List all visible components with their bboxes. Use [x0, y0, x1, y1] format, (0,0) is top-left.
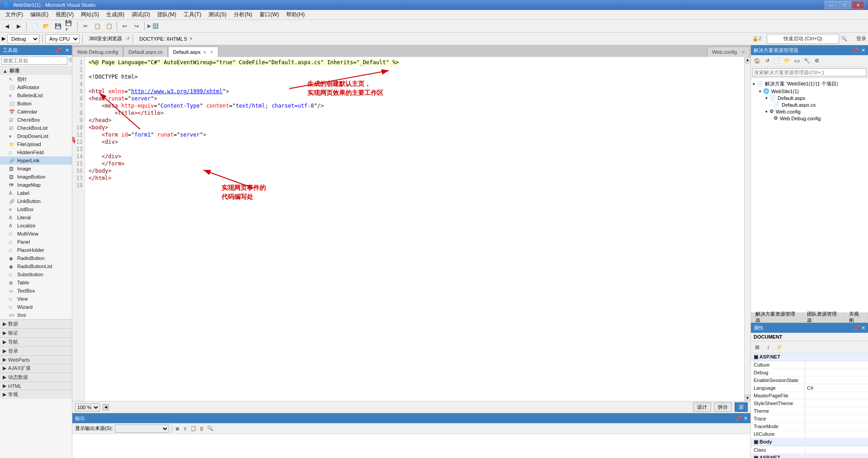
sol-btn2[interactable]: ↺	[763, 57, 772, 66]
scroll-down-btn[interactable]: ▼	[745, 395, 750, 401]
output-clear-icon[interactable]: 🗑	[199, 426, 204, 431]
tree-item-defaultaspxcs[interactable]: 📄 Default.aspx.cs	[751, 101, 868, 108]
menu-window[interactable]: 窗口(W)	[256, 10, 283, 19]
view-tab-design[interactable]: 设计	[693, 402, 711, 412]
window-controls[interactable]: — □ ✕	[825, 1, 864, 9]
toolbox-item-hiddenfield[interactable]: □ HiddenField	[0, 148, 72, 156]
output-pin-icon[interactable]: 📌	[736, 416, 742, 421]
toolbox-cat-ajax[interactable]: ▶ AJAX扩展	[0, 364, 72, 373]
tree-item-webdebugconfig[interactable]: ⚙ Web.Debug.config	[751, 115, 868, 122]
output-stop-icon[interactable]: ⏹	[175, 426, 180, 431]
toolbox-item-calendar[interactable]: 📅 Calendar	[0, 108, 72, 116]
toolbox-item-localize[interactable]: A Localize	[0, 222, 72, 230]
save-button[interactable]: 💾	[53, 21, 63, 31]
toolbox-item-hyperlink[interactable]: 🔗 HyperLink	[0, 156, 72, 165]
toolbox-cat-data[interactable]: ▶ 数据	[0, 319, 72, 328]
paste-button[interactable]: 📋	[104, 21, 114, 31]
search-toolbar-btn[interactable]: 快速启动 (Ctrl+Q)	[767, 34, 839, 44]
solution-pin-icon[interactable]: 📌	[852, 47, 859, 53]
doc-tab-webconfig[interactable]: Web.config ✕	[707, 47, 750, 57]
maximize-button[interactable]: □	[838, 1, 851, 9]
undo-button[interactable]: ↩	[120, 21, 130, 31]
bottom-tab-solution[interactable]: 解决方案资源管理器	[751, 312, 802, 322]
minimize-button[interactable]: —	[825, 1, 837, 9]
toolbox-cat-validation[interactable]: ▶ 验证	[0, 328, 72, 337]
bottom-tab-mapview[interactable]: 关视图	[844, 312, 868, 322]
properties-pin-icon[interactable]: 📌	[854, 325, 860, 331]
forward-button[interactable]: ▶	[14, 21, 24, 31]
toolbox-cat-general[interactable]: ▶ 常规	[0, 390, 72, 399]
close-button[interactable]: ✕	[852, 1, 864, 9]
solution-search-input[interactable]	[752, 68, 867, 76]
toolbox-item-xml[interactable]: <> Xml	[0, 311, 72, 319]
menu-test[interactable]: 测试(S)	[205, 10, 230, 19]
toolbox-standard-section[interactable]: ▲ 标准	[0, 66, 72, 75]
scrollbar-right[interactable]: ▲ ▼	[744, 57, 750, 401]
sol-btn6[interactable]: 🔧	[802, 57, 811, 66]
menu-debug[interactable]: 调试(D)	[128, 10, 154, 19]
toolbox-item-bulletedlist[interactable]: ≡ BulletedList	[0, 91, 72, 99]
menu-edit[interactable]: 编辑(E)	[27, 10, 52, 19]
redo-button[interactable]: ↪	[132, 21, 142, 31]
toolbox-item-checkbox[interactable]: ☑ CheckBox	[0, 116, 72, 124]
doctype-dropdown[interactable]: ▾	[190, 36, 193, 42]
sol-btn5[interactable]: <>	[793, 57, 802, 66]
back-button[interactable]: ◀	[2, 21, 12, 31]
scroll-up-btn[interactable]: ▲	[745, 57, 750, 63]
tree-item-solution[interactable]: ▾ 📄 解决方案 'WebSite1(1)'(1 个项目)	[751, 80, 868, 88]
toolbox-cat-login[interactable]: ▶ 登录	[0, 346, 72, 355]
doc-tab-defaultaspx[interactable]: Default.aspx ● ✕	[168, 47, 219, 57]
cut-button[interactable]: ✂	[80, 21, 90, 31]
toolbox-item-listbox[interactable]: ≡ ListBox	[0, 205, 72, 213]
toolbox-cat-navigation[interactable]: ▶ 导航	[0, 337, 72, 346]
toolbox-item-fileupload[interactable]: 📁 FileUpload	[0, 140, 72, 148]
menu-view[interactable]: 视图(V)	[52, 10, 77, 19]
toolbox-item-radiobuttonlist[interactable]: ◉ RadioButtonList	[0, 262, 72, 270]
menu-build[interactable]: 生成(B)	[103, 10, 128, 19]
output-copy-icon[interactable]: 📋	[190, 425, 197, 431]
toolbox-item-image[interactable]: 🖼 Image	[0, 165, 72, 173]
view-tab-split[interactable]: 拆分	[714, 402, 732, 412]
properties-close-icon[interactable]: ✕	[861, 325, 865, 331]
copy-button[interactable]: 📋	[92, 21, 102, 31]
tree-item-website[interactable]: ▾ 🌐 WebSite1(1)	[751, 88, 868, 94]
doc-tab-webdebugconfig[interactable]: Web.Debug.config	[72, 47, 123, 57]
sol-btn7[interactable]: ⚙	[812, 57, 821, 66]
sol-btn1[interactable]: 🏠	[753, 57, 762, 66]
toolbox-item-label[interactable]: A Label	[0, 189, 72, 197]
toolbox-item-multiview[interactable]: □ MultiView	[0, 230, 72, 238]
toolbox-item-table[interactable]: ⊞ Table	[0, 279, 72, 287]
menu-file[interactable]: 文件(F)	[2, 10, 27, 19]
bottom-tab-team[interactable]: 团队资源管理器	[802, 312, 844, 322]
toolbox-item-textbox[interactable]: ▭ TextBox	[0, 287, 72, 295]
menu-tools[interactable]: 工具(T)	[180, 10, 205, 19]
output-close-icon[interactable]: ✕	[744, 416, 748, 421]
sol-btn4[interactable]: 📁	[783, 57, 792, 66]
toolbox-cat-html[interactable]: ▶ HTML	[0, 382, 72, 390]
toolbox-close-icon[interactable]: ✕	[65, 47, 69, 53]
toolbox-item-adrotator[interactable]: ⬜ AdRotator	[0, 83, 72, 91]
tab-close-icon2[interactable]: ✕	[741, 50, 745, 55]
debug-mode-select[interactable]: Debug Release	[7, 34, 39, 43]
menu-analyze[interactable]: 分析(N)	[230, 10, 256, 19]
zoom-decrease-btn[interactable]: ◀	[103, 404, 109, 411]
prop-sort-alpha-btn[interactable]: ↕	[764, 343, 773, 352]
toolbox-item-button[interactable]: ⬜ Button	[0, 99, 72, 108]
menu-team[interactable]: 团队(M)	[154, 10, 180, 19]
toolbox-item-wizard[interactable]: □ Wizard	[0, 303, 72, 311]
prop-sort-cat-btn[interactable]: ⊞	[753, 343, 762, 352]
view-tab-source[interactable]: 源	[735, 402, 748, 412]
code-content[interactable]: <%@ Page Language="C#" AutoEventWireup="…	[85, 57, 744, 401]
toolbox-cat-webparts[interactable]: ▶ WebParts	[0, 355, 72, 364]
refresh-icon[interactable]: ↺	[126, 36, 130, 42]
toolbox-item-panel[interactable]: □ Panel	[0, 238, 72, 246]
toolbox-item-substitution[interactable]: □ Substitution	[0, 270, 72, 279]
toolbox-item-linkbutton[interactable]: 🔗 LinkButton	[0, 197, 72, 205]
doc-tab-defaultaspxcs[interactable]: Default.aspx.cs	[123, 47, 167, 57]
toolbox-search-input[interactable]	[1, 57, 67, 65]
zoom-select[interactable]: 100 % 75 % 125 %	[75, 403, 100, 411]
toolbox-item-imagebutton[interactable]: 🖼 ImageButton	[0, 173, 72, 181]
save-all-button[interactable]: 💾+	[65, 21, 75, 31]
toolbox-item-pointer[interactable]: ↖ 指针	[0, 75, 72, 83]
toolbox-item-imagemap[interactable]: 🗺 ImageMap	[0, 181, 72, 189]
